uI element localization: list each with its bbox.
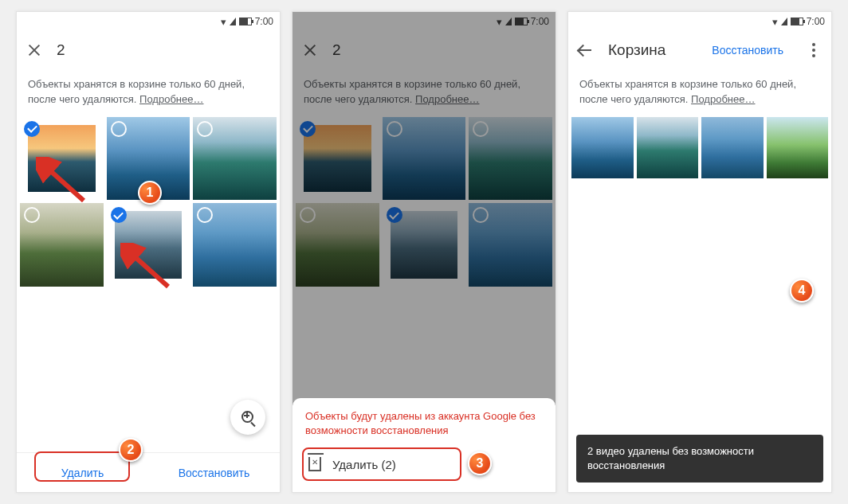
status-bar: ▾ 7:00	[568, 12, 831, 31]
callout-4: 4	[790, 279, 814, 303]
photo-grid	[568, 117, 831, 179]
zoom-in-icon	[241, 411, 254, 424]
photo-thumb[interactable]	[637, 117, 699, 179]
battery-icon	[239, 18, 252, 25]
signal-icon	[781, 18, 787, 25]
battery-icon	[791, 18, 803, 25]
signal-icon	[230, 18, 236, 25]
selection-count: 2	[57, 41, 65, 59]
screen-confirm: ▾ 7:00 2 Объекты хранятся в корзине толь…	[292, 11, 556, 493]
learn-more-link[interactable]: Подробнее…	[139, 93, 203, 105]
callout-2: 2	[119, 438, 143, 462]
learn-more-link[interactable]: Подробнее…	[691, 93, 755, 105]
app-bar: 2	[17, 31, 280, 69]
wifi-icon: ▾	[221, 16, 226, 28]
highlight-delete	[34, 451, 130, 482]
screen-trash: ▾ 7:00 Корзина Восстановить Объекты хран…	[567, 11, 832, 493]
photo-thumb[interactable]	[571, 117, 634, 179]
photo-thumb[interactable]	[701, 117, 764, 179]
photo-thumb[interactable]	[20, 203, 104, 287]
close-icon[interactable]	[26, 42, 42, 58]
callout-1: 1	[138, 181, 162, 205]
screen-select: ▾ 7:00 2 Объекты хранятся в корзине толь…	[16, 11, 281, 493]
selection-ring-icon[interactable]	[197, 121, 213, 137]
status-bar: ▾ 7:00	[17, 12, 280, 31]
photo-thumb[interactable]	[767, 117, 829, 179]
back-icon[interactable]	[578, 42, 594, 58]
restore-button[interactable]: Восстановить	[712, 44, 783, 57]
selection-check-icon[interactable]	[24, 121, 40, 137]
arrow-icon	[36, 157, 92, 213]
photo-thumb[interactable]	[193, 117, 277, 201]
zoom-fab[interactable]	[230, 400, 265, 435]
restore-button[interactable]: Восстановить	[148, 453, 280, 492]
svg-line-0	[45, 166, 84, 201]
highlight-delete-confirm	[302, 447, 461, 481]
arrow-icon	[120, 243, 176, 299]
selection-ring-icon[interactable]	[111, 121, 127, 137]
snackbar: 2 видео удалены без возможности восстано…	[576, 435, 823, 483]
snackbar-text: 2 видео удалены без возможности восстано…	[587, 445, 754, 471]
wifi-icon: ▾	[772, 16, 778, 28]
retention-notice: Объекты хранятся в корзине только 60 дне…	[568, 69, 831, 117]
app-bar: Корзина Восстановить	[568, 31, 831, 69]
svg-line-1	[130, 252, 168, 287]
callout-3: 3	[468, 451, 492, 475]
more-icon[interactable]	[806, 42, 822, 58]
page-title: Корзина	[608, 41, 697, 59]
delete-warning: Объекты будут удалены из аккаунта Google…	[305, 409, 543, 438]
clock: 7:00	[807, 16, 825, 27]
retention-notice: Объекты хранятся в корзине только 60 дне…	[17, 69, 280, 117]
clock: 7:00	[255, 16, 273, 27]
photo-thumb[interactable]	[193, 203, 277, 287]
selection-check-icon[interactable]	[111, 207, 127, 223]
